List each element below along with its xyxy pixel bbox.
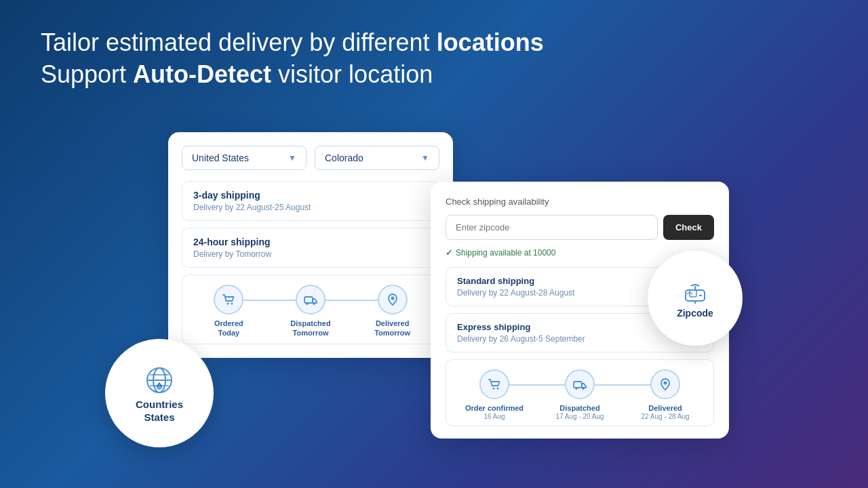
zipcode-label: Zipcode bbox=[677, 308, 713, 319]
shipping-option-3day: 3-day shipping Delivery by 22 August-25 … bbox=[182, 181, 439, 221]
zip-timeline-step-confirmed: Order confirmed 16 Aug bbox=[452, 369, 537, 420]
country-chevron-icon: ▼ bbox=[288, 153, 296, 163]
zip-input[interactable] bbox=[446, 215, 658, 240]
timeline-step-delivered: DeliveredTomorrow bbox=[351, 285, 433, 338]
zip-dispatched-icon bbox=[565, 369, 595, 399]
state-selected: Colorado bbox=[325, 152, 363, 163]
zip-delivered-sublabel: 22 Aug - 28 Aug bbox=[641, 413, 689, 420]
country-selected: United States bbox=[192, 152, 249, 163]
dispatched-icon bbox=[296, 285, 326, 314]
svg-point-20 bbox=[576, 388, 578, 390]
globe-icon bbox=[142, 363, 177, 398]
delivered-icon bbox=[378, 285, 408, 314]
hero-line2-end: visitor location bbox=[271, 60, 433, 88]
zip-delivered-icon bbox=[650, 369, 680, 399]
hero-line2-bold: Auto-Detect bbox=[133, 60, 271, 88]
zip-dispatched-label: Dispatched bbox=[559, 403, 599, 413]
ordered-label: OrderedToday bbox=[214, 319, 243, 338]
svg-point-18 bbox=[497, 388, 499, 390]
zipcode-circle[interactable]: Zipcode bbox=[648, 251, 743, 346]
zip-delivered-label: Delivered bbox=[648, 403, 682, 413]
svg-point-21 bbox=[583, 388, 585, 390]
main-timeline: OrderedToday DispatchedTomorrow Delive bbox=[182, 274, 439, 344]
zip-dispatched-sublabel: 17 Aug - 20 Aug bbox=[555, 413, 604, 420]
check-button[interactable]: Check bbox=[663, 215, 714, 240]
dropdowns-row: United States ▼ Colorado ▼ bbox=[182, 146, 439, 170]
timeline-step-ordered: OrderedToday bbox=[188, 285, 270, 338]
zip-confirmed-sublabel: 16 Aug bbox=[484, 413, 505, 420]
main-card: United States ▼ Colorado ▼ 3-day shippin… bbox=[168, 132, 453, 358]
svg-rect-19 bbox=[574, 382, 582, 388]
state-chevron-icon: ▼ bbox=[421, 153, 429, 163]
hero-line1: Tailor estimated delivery by different l… bbox=[41, 27, 544, 59]
countries-states-label: Countries States bbox=[136, 398, 183, 424]
zip-confirmed-label: Order confirmed bbox=[465, 403, 524, 413]
zip-timeline-step-delivered: Delivered 22 Aug - 28 Aug bbox=[623, 369, 708, 420]
zip-input-row: Check bbox=[446, 215, 714, 240]
svg-point-22 bbox=[664, 382, 667, 385]
countries-states-circle[interactable]: Countries States bbox=[105, 339, 214, 447]
country-dropdown[interactable]: United States ▼ bbox=[182, 146, 307, 170]
hero-line2-normal: Support bbox=[41, 60, 133, 88]
delivered-label: DeliveredTomorrow bbox=[374, 319, 410, 338]
hero-line1-bold: locations bbox=[437, 28, 544, 56]
svg-point-17 bbox=[493, 388, 495, 390]
shipping-24hr-title: 24-hour shipping bbox=[193, 237, 428, 247]
hero-line1-normal: Tailor estimated delivery by different bbox=[41, 28, 437, 56]
timeline-step-dispatched: DispatchedTomorrow bbox=[270, 285, 352, 338]
svg-point-12 bbox=[231, 303, 233, 305]
zip-timeline: Order confirmed 16 Aug Dispatched 17 Aug… bbox=[446, 359, 714, 426]
shipping-24hr-subtitle: Delivery by Tomorrow bbox=[193, 249, 428, 259]
shipping-option-24hr: 24-hour shipping Delivery by Tomorrow bbox=[182, 228, 439, 268]
svg-point-16 bbox=[391, 297, 394, 300]
svg-point-14 bbox=[307, 303, 309, 305]
svg-point-15 bbox=[313, 303, 315, 305]
zip-timeline-step-dispatched: Dispatched 17 Aug - 20 Aug bbox=[537, 369, 623, 420]
svg-point-11 bbox=[227, 303, 229, 305]
ordered-icon bbox=[214, 285, 243, 314]
shipping-3day-title: 3-day shipping bbox=[193, 190, 428, 201]
svg-rect-13 bbox=[304, 297, 313, 303]
dispatched-label: DispatchedTomorrow bbox=[290, 319, 330, 338]
zip-confirmed-icon bbox=[479, 369, 509, 399]
mailbox-icon bbox=[680, 278, 710, 308]
shipping-3day-subtitle: Delivery by 22 August-25 August bbox=[193, 203, 428, 212]
hero-line2: Support Auto-Detect visitor location bbox=[41, 59, 544, 91]
hero-section: Tailor estimated delivery by different l… bbox=[41, 27, 544, 91]
zip-section-title: Check shipping availability bbox=[446, 197, 714, 207]
state-dropdown[interactable]: Colorado ▼ bbox=[315, 146, 439, 170]
